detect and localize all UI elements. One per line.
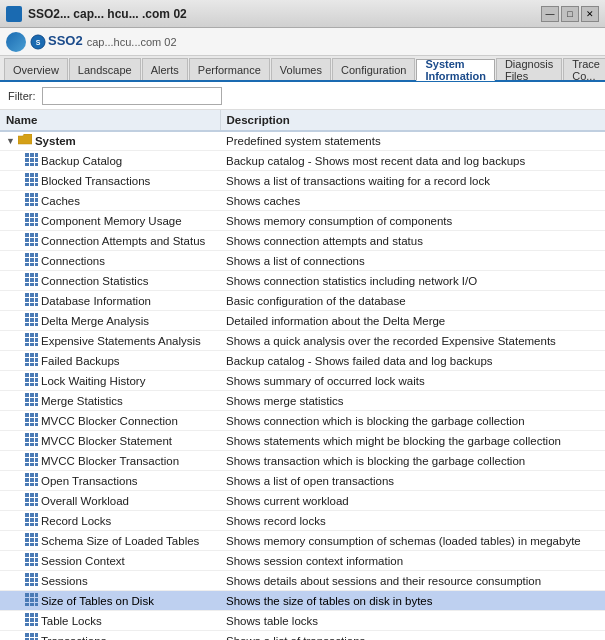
- svg-rect-143: [25, 463, 29, 466]
- name-cell: Sessions: [0, 571, 220, 590]
- table-row[interactable]: Database InformationBasic configuration …: [0, 291, 605, 311]
- tab-performance[interactable]: Performance: [189, 58, 270, 80]
- svg-rect-153: [30, 483, 34, 486]
- svg-rect-29: [25, 213, 29, 217]
- table-row[interactable]: ▼ SystemPredefined system statements: [0, 131, 605, 151]
- svg-rect-187: [35, 558, 38, 562]
- row-name-label: Size of Tables on Disk: [41, 595, 154, 607]
- filter-input[interactable]: [42, 87, 222, 105]
- svg-rect-41: [25, 238, 29, 242]
- row-name-label: Backup Catalog: [41, 155, 122, 167]
- svg-rect-202: [35, 593, 38, 597]
- svg-rect-122: [25, 418, 29, 422]
- svg-rect-137: [25, 453, 29, 457]
- svg-rect-68: [25, 298, 29, 302]
- row-name-label: Lock Waiting History: [41, 375, 145, 387]
- maximize-button[interactable]: □: [561, 6, 579, 22]
- connection-name: S SSO2: [30, 33, 83, 50]
- svg-rect-165: [30, 513, 34, 517]
- svg-rect-56: [25, 273, 29, 277]
- table-row[interactable]: Schema Size of Loaded TablesShows memory…: [0, 531, 605, 551]
- table-row[interactable]: Connection StatisticsShows connection st…: [0, 271, 605, 291]
- tab-volumes[interactable]: Volumes: [271, 58, 331, 80]
- name-cell: Caches: [0, 191, 220, 210]
- row-name-label: Record Locks: [41, 515, 111, 527]
- table-row[interactable]: ConnectionsShows a list of connections: [0, 251, 605, 271]
- table-row[interactable]: Backup CatalogBackup catalog - Shows mos…: [0, 151, 605, 171]
- svg-rect-214: [35, 618, 38, 622]
- table-row[interactable]: TransactionsShows a list of transactions: [0, 631, 605, 641]
- svg-rect-170: [25, 523, 29, 526]
- table-row[interactable]: Component Memory UsageShows memory consu…: [0, 211, 605, 231]
- svg-rect-209: [25, 613, 29, 617]
- svg-rect-100: [35, 363, 38, 366]
- table-row[interactable]: Overall WorkloadShows current workload: [0, 491, 605, 511]
- tab-configuration[interactable]: Configuration: [332, 58, 415, 80]
- table-row[interactable]: Expensive Statements AnalysisShows a qui…: [0, 331, 605, 351]
- svg-rect-83: [25, 333, 29, 337]
- expand-arrow-icon[interactable]: ▼: [6, 136, 15, 146]
- table-row[interactable]: Delta Merge AnalysisDetailed information…: [0, 311, 605, 331]
- table-row[interactable]: Blocked TransactionsShows a list of tran…: [0, 171, 605, 191]
- name-cell: Session Context: [0, 551, 220, 570]
- svg-rect-159: [30, 498, 34, 502]
- svg-rect-126: [30, 423, 34, 426]
- svg-rect-185: [25, 558, 29, 562]
- table-row[interactable]: Merge StatisticsShows merge statistics: [0, 391, 605, 411]
- svg-rect-72: [30, 303, 34, 306]
- description-cell: Shows details about sessions and their r…: [220, 571, 605, 591]
- table-row[interactable]: Table LocksShows table locks: [0, 611, 605, 631]
- svg-rect-4: [35, 153, 38, 157]
- window-controls[interactable]: — □ ✕: [541, 6, 599, 22]
- tab-landscape[interactable]: Landscape: [69, 58, 141, 80]
- table-row[interactable]: Open TransactionsShows a list of open tr…: [0, 471, 605, 491]
- table-row[interactable]: Session ContextShows session context inf…: [0, 551, 605, 571]
- row-name-label: MVCC Blocker Transaction: [41, 455, 179, 467]
- tab-trace-co[interactable]: Trace Co...: [563, 58, 605, 80]
- row-name-label: Schema Size of Loaded Tables: [41, 535, 199, 547]
- table-row[interactable]: SessionsShows details about sessions and…: [0, 571, 605, 591]
- table-row[interactable]: MVCC Blocker TransactionShows transactio…: [0, 451, 605, 471]
- svg-rect-60: [30, 278, 34, 282]
- svg-rect-13: [35, 173, 38, 177]
- description-cell: Shows session context information: [220, 551, 605, 571]
- table-row[interactable]: MVCC Blocker StatementShows statements w…: [0, 431, 605, 451]
- svg-rect-102: [30, 373, 34, 377]
- table-row[interactable]: Failed BackupsBackup catalog - Shows fai…: [0, 351, 605, 371]
- tab-overview[interactable]: Overview: [4, 58, 68, 80]
- table-row[interactable]: MVCC Blocker ConnectionShows connection …: [0, 411, 605, 431]
- row-name-label: Failed Backups: [41, 355, 120, 367]
- table-row[interactable]: Record LocksShows record locks: [0, 511, 605, 531]
- column-description[interactable]: Description: [220, 110, 605, 131]
- grid-icon: [25, 153, 38, 168]
- svg-rect-38: [25, 233, 29, 237]
- close-button[interactable]: ✕: [581, 6, 599, 22]
- svg-rect-17: [25, 183, 29, 186]
- svg-rect-169: [35, 518, 38, 522]
- svg-rect-193: [35, 573, 38, 577]
- svg-rect-88: [35, 338, 38, 342]
- svg-rect-62: [25, 283, 29, 286]
- tab-alerts[interactable]: Alerts: [142, 58, 188, 80]
- column-name[interactable]: Name: [0, 110, 220, 131]
- table-row[interactable]: Size of Tables on DiskShows the size of …: [0, 591, 605, 611]
- svg-rect-86: [25, 338, 29, 342]
- description-cell: Shows a quick analysis over the recorded…: [220, 331, 605, 351]
- row-name-label: Expensive Statements Analysis: [41, 335, 201, 347]
- svg-rect-161: [25, 503, 29, 506]
- svg-rect-67: [35, 293, 38, 297]
- svg-rect-155: [25, 493, 29, 497]
- tab-diagnosis-files[interactable]: Diagnosis Files: [496, 58, 562, 80]
- description-cell: Shows a list of open transactions: [220, 471, 605, 491]
- row-name-label: MVCC Blocker Connection: [41, 415, 178, 427]
- table-row[interactable]: CachesShows caches: [0, 191, 605, 211]
- tab-system-information[interactable]: System Information: [416, 59, 495, 81]
- svg-rect-5: [25, 158, 29, 162]
- minimize-button[interactable]: —: [541, 6, 559, 22]
- svg-rect-20: [25, 193, 29, 197]
- svg-rect-152: [25, 483, 29, 486]
- table-row[interactable]: Connection Attempts and StatusShows conn…: [0, 231, 605, 251]
- svg-rect-133: [35, 438, 38, 442]
- svg-rect-59: [25, 278, 29, 282]
- table-row[interactable]: Lock Waiting HistoryShows summary of occ…: [0, 371, 605, 391]
